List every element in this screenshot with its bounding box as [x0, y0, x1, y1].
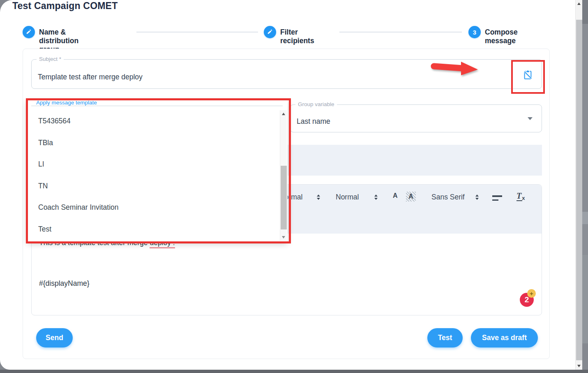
- text-color-icon[interactable]: A: [393, 192, 398, 199]
- send-button[interactable]: Send: [36, 328, 73, 348]
- step-3-number: 3: [473, 29, 476, 36]
- background-color-icon[interactable]: A: [406, 192, 416, 202]
- align-icon[interactable]: [492, 195, 502, 201]
- page-bottom-edge: [0, 370, 588, 373]
- step-connector: [136, 32, 258, 32]
- group-variable-label: Group variable: [295, 101, 337, 107]
- step-1-circle[interactable]: [23, 26, 35, 38]
- screen: Test Campaign COMET Name & distribution …: [0, 0, 588, 373]
- step-3-circle[interactable]: 3: [468, 26, 481, 38]
- scroll-down-icon[interactable]: [577, 365, 581, 367]
- window-scrollbar[interactable]: [575, 0, 582, 370]
- step-3-label[interactable]: Compose message: [485, 28, 518, 45]
- group-variable-value: Last name: [297, 117, 330, 126]
- font-family-select[interactable]: Sans Serif: [431, 193, 465, 202]
- subject-input[interactable]: Template test after merge deploy: [38, 73, 143, 81]
- annotation-arrow: [428, 59, 482, 80]
- size-style-select[interactable]: Normal: [336, 193, 359, 202]
- save-as-draft-button[interactable]: Save as draft: [471, 328, 538, 348]
- step-2-circle[interactable]: [264, 26, 276, 38]
- test-button[interactable]: Test: [427, 328, 463, 348]
- select-arrows-icon[interactable]: [374, 195, 378, 200]
- pencil-icon: [267, 29, 273, 36]
- step-connector: [339, 32, 462, 32]
- subject-label: Subject *: [37, 56, 64, 62]
- annotation-box-icon: [511, 60, 545, 94]
- scroll-up-icon[interactable]: [577, 2, 581, 5]
- select-arrows-icon[interactable]: [475, 195, 479, 200]
- scrollbar-thumb[interactable]: [576, 20, 582, 360]
- group-variable-field[interactable]: Group variable Last name: [290, 104, 542, 132]
- add-badge-icon[interactable]: +: [527, 289, 536, 298]
- step-2-label[interactable]: Filter recipients: [280, 28, 314, 45]
- page-edge: [582, 0, 588, 370]
- editor-variable-line[interactable]: #{displayName}: [39, 279, 90, 288]
- select-arrows-icon[interactable]: [317, 195, 320, 200]
- chevron-down-icon[interactable]: [528, 117, 533, 120]
- page-title: Test Campaign COMET: [12, 0, 118, 12]
- clear-format-icon[interactable]: Tx: [517, 191, 525, 201]
- annotation-box-dropdown: [26, 98, 291, 243]
- pencil-icon: [26, 29, 32, 36]
